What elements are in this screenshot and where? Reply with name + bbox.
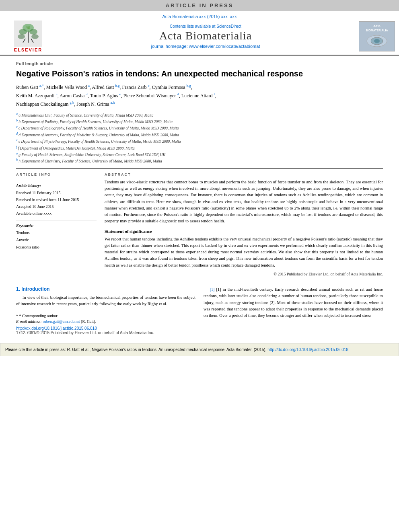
authors: Ruben Gatt a,*, Michelle Vella Wood a, A… bbox=[16, 83, 383, 109]
elsevier-logo: 🌿 ELSEVIER bbox=[4, 21, 52, 52]
intro-left-col: 1. Introduction In view of their biologi… bbox=[16, 286, 195, 335]
intro-right-text: [1] [1] in the mid-twentieth century. Ea… bbox=[204, 286, 383, 319]
doi-line-2: 1742-7061/© 2015 Published by Elsevier L… bbox=[16, 331, 195, 335]
svg-point-4 bbox=[19, 29, 27, 35]
journal-center-info: Contents lists available at ScienceDirec… bbox=[52, 24, 359, 49]
article-info-header: ARTICLE INFO bbox=[16, 173, 97, 177]
journal-homepage: journal homepage: www.elsevier.com/locat… bbox=[52, 44, 359, 49]
intro-right-col: [1] [1] in the mid-twentieth century. Ea… bbox=[204, 286, 383, 335]
footnote-section: * * Corresponding author. E-mail address… bbox=[16, 311, 195, 324]
abstract-text: Tendons are visco-elastic structures tha… bbox=[105, 179, 383, 225]
email-footnote: E-mail address: ruben.gatt@um.edu.mt (R.… bbox=[16, 319, 195, 324]
abstract-col: ABSTRACT Tendons are visco-elastic struc… bbox=[105, 173, 383, 276]
article-in-press-banner: ARTICLE IN PRESS bbox=[0, 0, 399, 11]
article-info-col: ARTICLE INFO Article history: Received 1… bbox=[16, 173, 97, 276]
article-title: Negative Poisson's ratios in tendons: An… bbox=[16, 68, 383, 79]
article-dates: Received 11 February 2015 Received in re… bbox=[16, 189, 97, 217]
article-info-abstract-section: ARTICLE INFO Article history: Received 1… bbox=[16, 173, 383, 276]
citation-link[interactable]: http://dx.doi.org/10.1016/j.actbio.2015.… bbox=[267, 347, 348, 352]
svg-point-6 bbox=[18, 34, 25, 39]
intro-columns: 1. Introduction In view of their biologi… bbox=[16, 286, 383, 335]
keywords-label: Keywords: bbox=[16, 224, 97, 228]
abstract-header: ABSTRACT bbox=[105, 173, 383, 177]
ref-1: [1] bbox=[210, 287, 215, 292]
svg-point-12 bbox=[374, 39, 380, 43]
statement-of-significance-header: Statement of significance bbox=[105, 229, 383, 234]
introduction-section: 1. Introduction In view of their biologi… bbox=[16, 282, 383, 335]
copyright-line: © 2015 Published by Elsevier Ltd. on beh… bbox=[105, 272, 383, 276]
journal-title: Acta Biomaterialia bbox=[52, 29, 359, 42]
svg-point-7 bbox=[31, 34, 39, 39]
acta-biomaterialia-logo: Acta BIOMATERIALIA bbox=[359, 21, 395, 51]
citation-bar: Please cite this article in press as: R.… bbox=[0, 343, 399, 356]
article-content: Full length article Negative Poisson's r… bbox=[0, 55, 399, 339]
doi-links: http://dx.doi.org/10.1016/j.actbio.2015.… bbox=[16, 326, 195, 335]
article-type: Full length article bbox=[16, 61, 383, 66]
affiliations: a a Metamaterials Unit, Faculty of Scien… bbox=[16, 112, 383, 164]
journal-header: Acta Biomaterialia xxx (2015) xxx–xxx 🌿 … bbox=[0, 11, 399, 55]
svg-point-5 bbox=[29, 29, 37, 35]
keywords-list: Tendons Auxetic Poisson's ratio bbox=[16, 229, 97, 251]
doi-link-1[interactable]: http://dx.doi.org/10.1016/j.actbio.2015.… bbox=[16, 326, 195, 331]
contents-line: Contents lists available at ScienceDirec… bbox=[52, 24, 359, 29]
journal-top-line: Acta Biomaterialia xxx (2015) xxx–xxx bbox=[0, 14, 399, 19]
intro-left-text: In view of their biological importance, … bbox=[16, 294, 195, 308]
statement-text: We report that human tendons including t… bbox=[105, 236, 383, 269]
citation-text: Please cite this article in press as: R.… bbox=[5, 347, 266, 352]
article-history-label: Article history: bbox=[16, 183, 97, 188]
corresponding-author-note: * * Corresponding author. bbox=[16, 314, 195, 318]
elsevier-label: ELSEVIER bbox=[14, 47, 42, 52]
introduction-title: 1. Introduction bbox=[16, 286, 195, 292]
